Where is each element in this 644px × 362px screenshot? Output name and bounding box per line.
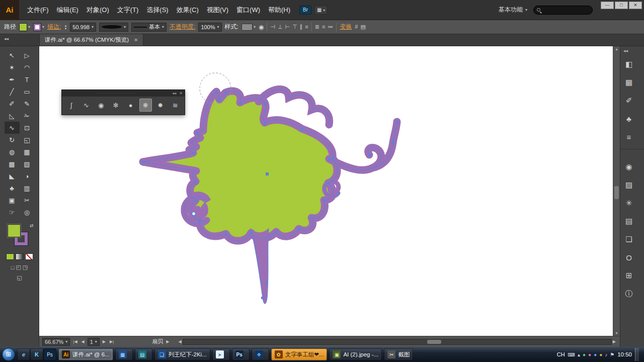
perspective-grid-tool[interactable]: ▦ [20, 146, 35, 158]
scallop-shape[interactable] [142, 89, 398, 304]
warp-tool-button[interactable]: ∿ [80, 99, 93, 112]
taskbar-window-2[interactable]: ▤ [135, 348, 152, 360]
stroke-weight-field[interactable]: 50.998 ▾ [70, 23, 96, 32]
tray-icon-1[interactable]: ● [583, 352, 586, 357]
opacity-field[interactable]: 100% ▾ [198, 23, 221, 32]
type-tool[interactable]: T [20, 73, 35, 85]
tray-show-hidden-icon[interactable]: ▴ [578, 352, 580, 357]
artboard-tool[interactable]: ▣ [5, 194, 20, 206]
blend-tool[interactable]: ◑ [20, 170, 35, 182]
symbol-sprayer-tool[interactable]: ♣ [5, 182, 20, 194]
stroke-panel-icon[interactable]: ≡ [620, 129, 637, 144]
transform-grid-icon[interactable]: # [355, 24, 358, 30]
taskbar-document-kings[interactable]: ❏ 列王纪下-2Ki... [154, 348, 210, 360]
tools-panel-collapse-icon[interactable]: ◂◂ [4, 36, 9, 41]
width-profile-dropdown[interactable]: ▾ [99, 23, 128, 32]
search-input[interactable] [533, 6, 593, 15]
taskbar-screenshot[interactable]: ✂ 截图 [384, 348, 413, 360]
taskbar-feather-app[interactable]: ➤ [212, 348, 230, 360]
transform-label[interactable]: 变换 [340, 23, 352, 31]
pencil-tool[interactable]: ✎ [20, 98, 35, 110]
quicklaunch-browser[interactable]: e [17, 348, 30, 360]
hand-tool[interactable]: ☞ [5, 206, 20, 218]
align-top-icon[interactable]: ⊤ [292, 24, 297, 30]
rectangle-tool[interactable]: ▭ [20, 85, 35, 98]
twirl-tool-button[interactable]: ◉ [95, 99, 108, 112]
mesh-tool[interactable]: ▩ [5, 158, 20, 170]
style-dropdown[interactable]: ▾ [242, 24, 256, 31]
scale-tool[interactable]: ◱ [20, 134, 35, 146]
magic-wand-tool[interactable]: ✶ [5, 61, 20, 73]
panel-collapse-icon[interactable]: ◂◂ [172, 91, 176, 96]
liquify-panel-titlebar[interactable]: ⋯⋯⋯⋯⋯⋯⋯⋯ ◂◂ ✕ [62, 90, 185, 97]
liquify-tools-panel[interactable]: ⋯⋯⋯⋯⋯⋯⋯⋯ ◂◂ ✕ ∫∿◉✻●❋✹≋ [61, 89, 185, 115]
horizontal-scrollbar-thumb[interactable] [427, 340, 441, 344]
tray-icon-3[interactable]: ● [594, 352, 597, 357]
menu-item[interactable]: 文字(T) [113, 4, 143, 17]
wrinkle-tool-button[interactable]: ≋ [169, 99, 182, 112]
scroll-up-icon[interactable]: ▲ [613, 47, 620, 51]
tray-keyboard-icon[interactable]: ⌨ [568, 352, 575, 357]
stroke-swatch[interactable] [33, 23, 41, 31]
stroke-color-dropdown[interactable]: ▾ [33, 23, 44, 31]
align-center-icon[interactable]: ⊥ [278, 24, 283, 30]
horizontal-scrollbar[interactable]: ◀ ▶ [177, 339, 617, 345]
shape-builder-tool[interactable]: ◍ [5, 146, 20, 158]
none-button[interactable] [25, 253, 33, 260]
close-button[interactable]: ✕ [629, 2, 642, 9]
stepper-down-icon[interactable]: ▼ [64, 27, 67, 30]
vertical-scrollbar-thumb[interactable] [614, 186, 619, 199]
start-button[interactable]: ⊞ [2, 348, 15, 361]
tray-network-icon[interactable]: ⚑ [610, 352, 614, 357]
selection-tool[interactable]: ↖ [5, 49, 20, 61]
first-artboard-button[interactable]: |◀ [72, 339, 78, 344]
scroll-right-icon[interactable]: ▶ [612, 339, 617, 344]
appearance-panel-icon[interactable]: ✳ [620, 196, 637, 211]
restore-button[interactable]: □ [615, 2, 628, 9]
distribute-vertical-icon[interactable]: ≡ [322, 24, 325, 30]
pucker-tool-button[interactable]: ✻ [110, 99, 123, 112]
show-desktop-button[interactable] [635, 348, 639, 361]
brush-definition-dropdown[interactable]: 基本 ▾ [131, 23, 167, 32]
info-panel-icon[interactable]: ⓘ [620, 286, 637, 301]
panel-grip[interactable]: ⋯⋯⋯⋯⋯⋯⋯⋯ [64, 91, 169, 96]
brushes-panel-icon[interactable]: ✐ [620, 93, 637, 108]
column-graph-tool[interactable]: ▥ [20, 182, 35, 194]
fill-color-dropdown[interactable]: ▾ [19, 23, 30, 31]
menu-item[interactable]: 对象(O) [83, 4, 113, 17]
swap-fill-stroke-icon[interactable]: ⇄ [30, 223, 34, 228]
eraser-tool[interactable]: ◺ [5, 110, 20, 122]
menu-item[interactable]: 文件(F) [23, 4, 53, 17]
last-artboard-button[interactable]: ▶| [109, 339, 115, 344]
lasso-tool[interactable]: ◠ [20, 61, 35, 73]
eyedropper-tool[interactable]: ◣ [5, 170, 20, 182]
pen-tool[interactable]: ✒ [5, 73, 20, 85]
artboard-number-select[interactable]: 1 ▾ [88, 338, 100, 346]
artboards-panel-icon[interactable]: ❏ [620, 232, 637, 247]
color-button[interactable] [6, 253, 14, 260]
free-transform-tool[interactable]: ⊡ [20, 122, 35, 134]
fill-stroke-control[interactable]: ⇄ [6, 223, 34, 249]
taskbar-illustrator-document[interactable]: Ai 课件.ai* @ 6... [58, 348, 113, 360]
gradient-panel-icon[interactable]: ◉ [620, 159, 637, 174]
canvas[interactable]: ⋯⋯⋯⋯⋯⋯⋯⋯ ◂◂ ✕ ∫∿◉✻●❋✹≋ [39, 46, 613, 336]
taskbar-shield-app[interactable]: ❖ [252, 348, 269, 360]
dock-collapse-icon[interactable]: ◂◂ [620, 46, 631, 55]
slice-tool[interactable]: ✂ [20, 194, 35, 206]
draw-behind-button[interactable]: ◰ [16, 264, 21, 270]
crystallize-tool-button[interactable]: ✹ [154, 99, 167, 112]
menu-item[interactable]: 帮助(H) [264, 4, 294, 17]
zoom-level-select[interactable]: 66.67% ▾ [42, 338, 70, 346]
quicklaunch-music[interactable]: K [30, 348, 43, 360]
stroke-weight-label[interactable]: 描边: [47, 23, 61, 31]
width-tool-button[interactable]: ∫ [65, 99, 78, 112]
tab-close-icon[interactable]: ✕ [134, 37, 138, 43]
transparency-panel-icon[interactable]: ▨ [620, 177, 637, 193]
taskbar-image-viewer[interactable]: ▣ AI (2).jpeg -... [329, 348, 382, 360]
draw-normal-button[interactable]: □ [11, 264, 15, 270]
menu-item[interactable]: 窗口(W) [232, 4, 264, 17]
opacity-label[interactable]: 不透明度: [170, 23, 195, 31]
layers-panel-icon[interactable]: ▤ [620, 214, 637, 229]
workspace-switcher[interactable]: 基本功能 ▾ [499, 6, 527, 14]
panel-close-icon[interactable]: ✕ [179, 91, 183, 96]
